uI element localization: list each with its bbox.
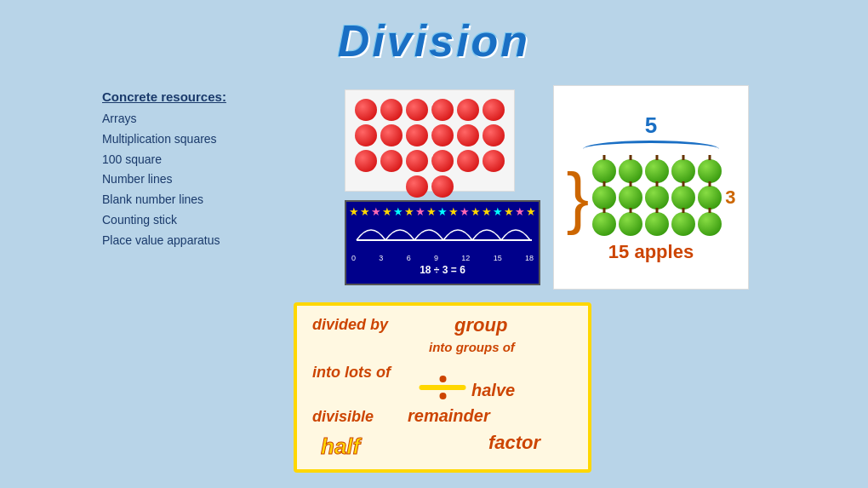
- circle: [457, 124, 479, 146]
- resources-list: Arrays Multiplication squares 100 square…: [102, 109, 226, 251]
- vocab-into-lots-of: into lots of: [312, 364, 391, 382]
- apple-icon: [698, 186, 722, 210]
- apple-icon: [592, 159, 616, 183]
- circle: [431, 99, 454, 121]
- circle: [431, 150, 454, 172]
- div-dot-top: [439, 376, 446, 382]
- label: 18: [525, 254, 534, 262]
- numberline-image: ★ ★ ★ ★ ★ ★ ★ ★ ★ ★ ★ ★ ★ ★ ★ ★ ★ 0 3 6 …: [345, 200, 540, 285]
- circle: [380, 150, 403, 172]
- circle: [380, 99, 403, 121]
- circle: [483, 150, 505, 172]
- vocab-into-groups-of: into groups of: [429, 340, 515, 354]
- vocab-remainder: remainder: [408, 406, 490, 426]
- circle: [355, 99, 377, 121]
- apple-icon: [671, 212, 695, 236]
- vocabulary-box: divided by group into groups of into lot…: [294, 302, 591, 473]
- label: 12: [461, 254, 470, 262]
- circle: [355, 124, 377, 146]
- division-symbol: [420, 376, 466, 399]
- apple-icon: [671, 186, 695, 210]
- vocab-divisible: divisible: [312, 408, 374, 426]
- resources-panel: Concrete resources: Arrays Multiplicatio…: [102, 89, 226, 251]
- list-item: 100 square: [102, 150, 226, 170]
- label: 6: [407, 254, 411, 262]
- apple-icon: [619, 212, 642, 236]
- circle: [406, 124, 428, 146]
- list-item: Multiplication squares: [102, 129, 226, 150]
- div-line: [420, 385, 466, 390]
- circle: [483, 124, 505, 146]
- apple-grid: [592, 159, 722, 236]
- list-item: Number lines: [102, 169, 226, 190]
- apple-icon: [645, 186, 669, 210]
- apples-image: 5 } 3 15 apples: [553, 85, 749, 290]
- list-item: Arrays: [102, 109, 226, 129]
- div-dot-bottom: [439, 393, 446, 399]
- page-title: Division: [0, 0, 868, 66]
- vocab-divided-by: divided by: [312, 316, 388, 334]
- vocab-half: half: [321, 433, 360, 460]
- circle: [431, 175, 454, 198]
- number-5: 5: [645, 112, 657, 139]
- apple-icon: [645, 159, 669, 183]
- list-item: Counting stick: [102, 210, 226, 231]
- label: 3: [379, 254, 383, 262]
- circle: [457, 150, 479, 172]
- apple-icon: [592, 212, 616, 236]
- fifteen-apples-label: 15 apples: [608, 241, 694, 263]
- label: 9: [434, 254, 438, 262]
- vocab-group: group: [454, 314, 507, 336]
- circle: [406, 99, 428, 121]
- resources-heading: Concrete resources:: [102, 89, 226, 104]
- circle: [457, 99, 479, 121]
- vocab-inner: divided by group into groups of into lot…: [297, 306, 588, 469]
- vocab-halve: halve: [471, 381, 515, 400]
- apple-arrangement: [592, 159, 722, 236]
- circle: [380, 124, 403, 146]
- line-area: [353, 218, 532, 254]
- apple-icon: [671, 159, 695, 183]
- apple-icon: [698, 212, 722, 236]
- apple-icon: [619, 159, 642, 183]
- label: 0: [351, 254, 356, 262]
- apple-icon: [645, 212, 669, 236]
- circle: [406, 175, 428, 198]
- array-image: [345, 89, 515, 192]
- labels-row: 0 3 6 9 12 15 18: [346, 254, 539, 262]
- equation-text: 18 ÷ 3 = 6: [346, 264, 539, 276]
- arcs-svg: [353, 213, 535, 247]
- list-item: Place value apparatus: [102, 231, 226, 251]
- circle: [406, 150, 428, 172]
- circle: [355, 150, 377, 172]
- apple-icon: [698, 159, 722, 183]
- label: 15: [494, 254, 502, 262]
- left-brace: }: [567, 164, 590, 232]
- apple-icon: [619, 186, 642, 210]
- list-item: Blank number lines: [102, 190, 226, 210]
- circle: [431, 124, 454, 146]
- circle: [483, 99, 505, 121]
- apple-icon: [592, 186, 616, 210]
- number-3: 3: [725, 187, 735, 209]
- vocab-factor: factor: [488, 432, 540, 454]
